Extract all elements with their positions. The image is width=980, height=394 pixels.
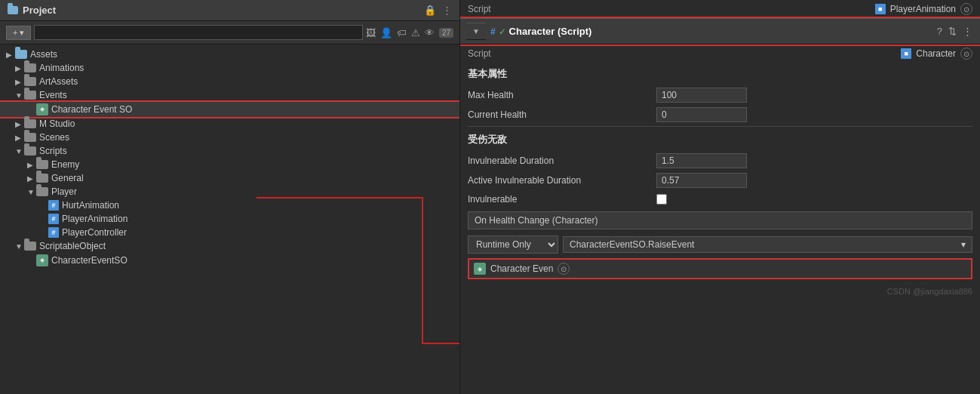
tree-label-playercontroller: PlayerController [62,227,127,238]
script-icon-hurtanimation: # [48,200,59,211]
warning-icon[interactable]: ⚠ [411,27,420,38]
arrow-mstudio: ▶ [15,120,24,128]
arrow-player: ▼ [27,188,36,196]
field-input-invul-duration[interactable] [656,153,747,168]
so-icon-character-event: ◈ [36,103,48,115]
project-header: Project 🔒 ⋮ [0,0,459,21]
folder-icon-scenes [24,133,36,142]
folder-icon-assets [15,50,27,59]
tree-item-scenes[interactable]: ▶ Scenes [0,131,459,144]
script-label-1: Script [468,4,491,14]
folder-icon-scripts [24,146,36,155]
target-circle-1[interactable]: ⊙ [960,3,972,15]
section-title-basic: 基本属性 [468,67,507,81]
watermark: CSDN @jiangdaxia886 [460,282,980,300]
runtime-select[interactable]: Runtime Only Off Editor And Runtime [468,235,558,254]
tree-area[interactable]: ▶ Assets ▶ Animations ▶ ArtAssets ▼ Even… [0,45,459,394]
settings-icon[interactable]: ⇅ [948,26,957,37]
more-options-icon[interactable]: ⋮ [963,26,972,37]
tree-item-scriptableobject[interactable]: ▼ ScriptableObject [0,239,459,253]
tree-item-general[interactable]: ▶ General [0,171,459,185]
tree-item-mstudio[interactable]: ▶ M Studio [0,117,459,131]
help-icon[interactable]: ? [937,26,942,37]
tree-label-player: Player [51,186,77,197]
event-section: On Health Change (Character) Runtime Onl… [460,208,980,282]
component-icons: ? ⇅ ⋮ [937,26,972,37]
script-name-1: PlayerAnimation [890,4,956,14]
expand-arrow-character[interactable]: ▼ [466,23,486,40]
event-func-value: CharacterEventSO.RaiseEvent [570,239,694,250]
field-input-max-health[interactable] [656,88,747,103]
folder-icon-artassets [24,77,36,86]
tree-item-playercontroller[interactable]: # PlayerController [0,226,459,239]
right-panel: Script ■ PlayerAnimation ⊙ ▼ # ✓ Charact… [460,0,980,394]
tree-label-scriptableobject: ScriptableObject [39,241,106,251]
lock-icon[interactable]: 🔒 [424,5,436,16]
folder-icon-events [24,91,36,100]
project-toolbar: + ▾ 🖼 👤 🏷 ⚠ 👁 27 [0,21,459,45]
section-basic: 基本属性 [460,63,980,85]
field-label-active-invul-duration: Active Invulnerable Duration [468,175,656,186]
target-circle-event[interactable]: ⊙ [558,263,570,275]
component-header-character: ▼ # ✓ Character (Script) ? ⇅ ⋮ [460,18,980,45]
arrow-artassets: ▶ [15,78,24,86]
tree-item-enemy[interactable]: ▶ Enemy [0,158,459,171]
event-row: Runtime Only Off Editor And Runtime Char… [468,232,972,257]
event-header: On Health Change (Character) [468,211,972,229]
field-checkbox-invulnerable[interactable] [656,194,667,205]
field-current-health: Current Health [460,105,980,125]
tree-item-scripts[interactable]: ▼ Scripts [0,144,459,158]
target-circle-2[interactable]: ⊙ [960,48,972,60]
folder-icon-player [36,187,48,196]
tree-label-character-event-so: Character Event SO [51,104,132,115]
badge-count: 27 [439,28,453,38]
tree-item-playeranimation[interactable]: # PlayerAnimation [0,212,459,226]
arrow-scriptableobject: ▼ [15,242,24,251]
script-icon-character: ■ [901,48,911,59]
more-icon[interactable]: ⋮ [442,5,452,16]
script-icon-playeranimation: # [48,214,59,224]
tree-label-assets: Assets [30,49,57,60]
search-input[interactable] [34,25,362,40]
script-icon-playeranimation-right: ■ [875,4,886,14]
event-func-display: CharacterEventSO.RaiseEvent ▾ [563,236,972,253]
component-title: Character (Script) [509,26,592,37]
tree-item-player[interactable]: ▼ Player [0,185,459,199]
toolbar-icons: 🖼 👤 🏷 ⚠ 👁 27 [366,27,453,38]
add-button[interactable]: + ▾ [6,26,31,40]
tree-item-assets[interactable]: ▶ Assets [0,48,459,61]
tree-label-animations: Animations [39,63,84,73]
check-icon[interactable]: ✓ [499,26,506,37]
tag-icon[interactable]: 🏷 [397,27,407,38]
field-input-active-invul-duration[interactable] [656,173,747,188]
dropdown-arrow-icon[interactable]: ▾ [961,239,966,250]
tree-item-character-event-so[interactable]: ◈ Character Event SO [0,102,459,117]
eye-icon[interactable]: 👁 [425,27,435,38]
person-icon[interactable]: 👤 [380,27,392,38]
tree-item-events[interactable]: ▼ Events [0,88,459,102]
tree-label-scripts: Scripts [39,146,67,156]
script-value-2: ■ Character ⊙ [901,48,972,60]
tree-item-hurtanimation[interactable]: # HurtAnimation [0,199,459,212]
arrow-events: ▼ [15,91,24,100]
script-label-2: Script [468,48,491,59]
arrow-playeranimation [39,215,48,223]
tree-item-animations[interactable]: ▶ Animations [0,61,459,75]
project-title: Project [8,5,56,16]
so-icon-event-obj: ◈ [474,263,486,275]
field-invul-duration: Invulnerable Duration [460,151,980,171]
project-label: Project [23,5,56,16]
event-obj-row: ◈ Character Even ⊙ [468,258,972,279]
arrow-playercontroller [39,229,48,237]
field-label-current-health: Current Health [468,109,656,120]
arrow-scenes: ▶ [15,134,24,142]
folder-icon-animations [24,63,36,72]
field-input-current-health[interactable] [656,107,747,122]
field-label-max-health: Max Health [468,90,656,100]
section-title-invul: 受伤无敌 [468,133,507,146]
image-icon[interactable]: 🖼 [366,27,376,38]
script-name-2: Character [916,48,956,59]
tree-item-artassets[interactable]: ▶ ArtAssets [0,75,459,88]
folder-icon-mstudio [24,119,36,128]
tree-item-charactereventsob[interactable]: ◈ CharacterEventSO [0,253,459,268]
